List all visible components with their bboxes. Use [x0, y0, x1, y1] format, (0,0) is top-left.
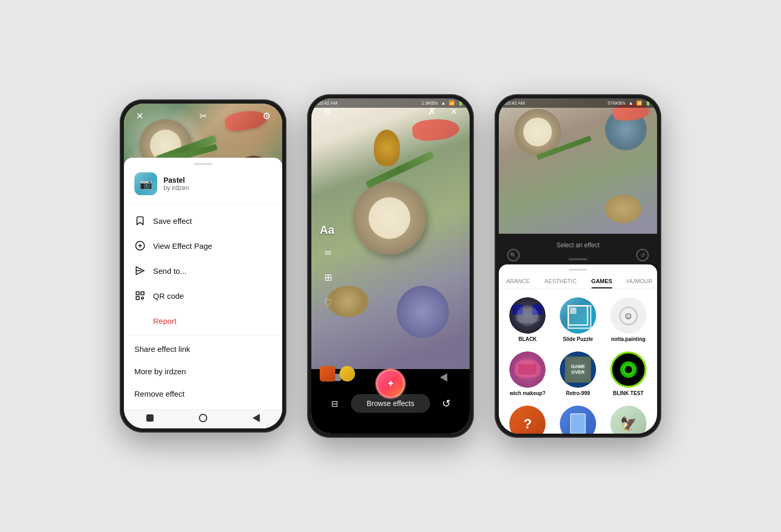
p2-salmon: [411, 117, 460, 142]
tab-games[interactable]: GAMES: [584, 274, 620, 288]
report-item[interactable]: Report: [124, 308, 282, 333]
phones-container: ✕ ✂ ⚙ Pastel by irdzen: [99, 73, 682, 459]
effect-details: Pastel by irdzen: [163, 176, 189, 192]
color-dot-orange[interactable]: [320, 366, 335, 382]
effect-name-notta: notta.painting: [611, 336, 646, 342]
effect-cell-notta[interactable]: ☺ notta.painting: [603, 293, 653, 346]
phone-2: 10:42 AM 1.9KB/s ▲ 📶 🔋: [307, 94, 474, 438]
settings-icon[interactable]: ⚙: [259, 109, 274, 123]
effect-name-blink: BLINK TEST: [613, 390, 644, 396]
send-icon: [134, 265, 146, 276]
status-speed-3: 576KB/s: [608, 100, 625, 106]
status-battery-3: 🔋: [645, 100, 651, 106]
p2-yellow-bottle: [374, 130, 400, 166]
phone-3: 10:42 AM 576KB/s ▲ 📶 🔋: [495, 94, 661, 438]
remove-effect-item[interactable]: Remove effect: [124, 383, 282, 405]
phone-3-select: Select an effect 🔍 ↺: [499, 234, 657, 264]
effect-by: by irdzen: [163, 184, 189, 192]
qr-code-label: QR code: [153, 292, 184, 300]
phone-1-inner: ✕ ✂ ⚙ Pastel by irdzen: [124, 104, 282, 428]
effect-cell-retro[interactable]: GAMEOVER Retro-999: [553, 347, 603, 400]
effect-name: Pastel: [163, 176, 189, 184]
phone-2-food: ⚙ ✗ ✕ Aa ∞ ⊞ ♡: [311, 98, 470, 369]
p2-flip-icon[interactable]: ↺: [437, 394, 456, 413]
status-bar-2: 10:42 AM 1.9KB/s ▲ 📶 🔋: [311, 98, 470, 108]
qr-code-item[interactable]: QR code: [124, 283, 282, 308]
effect-thumb-tablet: [560, 406, 596, 434]
menu-list: Save effect View Effect Page: [124, 204, 282, 409]
effect-cell-black[interactable]: BLACK: [503, 293, 552, 346]
plus-circle-icon: [134, 240, 146, 251]
tab-aesthetic[interactable]: AESTHETIC: [537, 274, 584, 288]
share-effect-link-item[interactable]: Share effect link: [124, 338, 282, 360]
p2-text-aa[interactable]: Aa: [320, 223, 334, 237]
browse-effects-label: Browse effects: [367, 399, 414, 408]
effect-name-wich: wich makeup?: [510, 390, 546, 396]
effect-avatar: [134, 172, 157, 195]
effect-cell-tablet[interactable]: [553, 401, 603, 434]
close-icon[interactable]: ✕: [132, 109, 147, 123]
effects-tabs: ARANCE AESTHETIC GAMES HUMOUR SPECIAL E: [499, 271, 657, 289]
effect-cell-slide[interactable]: Slide Puzzle: [553, 293, 603, 346]
sheet-handle: [194, 163, 212, 165]
p2-side-icons: ∞ ⊞ ♡: [320, 244, 336, 311]
svg-rect-6: [141, 292, 144, 295]
bottom-sheet: Pastel by irdzen Save effect: [124, 158, 282, 428]
send-to-item[interactable]: Send to...: [124, 258, 282, 283]
tab-arance[interactable]: ARANCE: [499, 274, 537, 288]
effect-cell-bird[interactable]: 🦅: [603, 401, 653, 434]
report-label: Report: [153, 316, 177, 325]
p2-infinity-icon[interactable]: ∞: [320, 244, 336, 261]
status-icons-3: 576KB/s ▲ 📶 🔋: [608, 100, 651, 106]
p3-refresh-icon[interactable]: ↺: [636, 249, 649, 261]
p2-grid-icon[interactable]: ⊞: [320, 269, 336, 286]
effect-cell-q[interactable]: ?: [503, 401, 552, 434]
phone-1: ✕ ✂ ⚙ Pastel by irdzen: [120, 99, 286, 433]
effect-cell-blink[interactable]: BLINK TEST: [603, 347, 653, 400]
nav-bar-1: [124, 409, 282, 428]
effect-name-retro: Retro-999: [566, 390, 590, 396]
phone-3-inner: 10:42 AM 576KB/s ▲ 📶 🔋: [499, 98, 657, 434]
p3-search-icon[interactable]: 🔍: [507, 249, 520, 261]
phone-2-screen: 10:42 AM 1.9KB/s ▲ 📶 🔋: [311, 98, 470, 434]
effect-thumb-bird: 🦅: [610, 406, 647, 434]
color-dot-yellow[interactable]: [339, 366, 355, 382]
svg-point-8: [142, 297, 144, 299]
status-icons-2: 1.9KB/s ▲ 📶 🔋: [422, 100, 463, 106]
tab-humour[interactable]: HUMOUR: [620, 274, 657, 288]
status-signal-2: ▲: [441, 100, 446, 106]
send-to-label: Send to...: [153, 267, 186, 275]
status-signal-3: ▲: [628, 100, 633, 106]
p2-gallery-icon[interactable]: ⊟: [325, 394, 344, 413]
svg-rect-7: [136, 297, 140, 300]
status-wifi-2: 📶: [449, 100, 455, 106]
phone-3-food: [499, 98, 657, 234]
report-icon: [134, 315, 146, 326]
status-time-2: 10:42 AM: [318, 100, 337, 106]
save-effect-label: Save effect: [153, 217, 192, 225]
capture-btn-area: [376, 369, 405, 398]
capture-button[interactable]: [376, 369, 405, 398]
phone-2-inner: 10:42 AM 1.9KB/s ▲ 📶 🔋: [311, 98, 470, 434]
nav-back-2: [440, 373, 447, 382]
effect-thumb-blink: [610, 351, 647, 388]
effect-thumb-black: [509, 297, 546, 334]
more-by-item[interactable]: More by irdzen: [124, 360, 282, 383]
menu-divider-1: [124, 335, 282, 336]
p2-color-icons: [320, 366, 355, 382]
effect-thumb-q: ?: [509, 406, 546, 434]
scissors-icon[interactable]: ✂: [196, 109, 210, 123]
phone-3-screen: 10:42 AM 576KB/s ▲ 📶 🔋: [499, 98, 657, 434]
select-effect-label: Select an effect: [557, 242, 600, 249]
effect-cell-wich[interactable]: wich makeup?: [503, 347, 552, 400]
p2-heart-icon[interactable]: ♡: [320, 294, 336, 311]
svg-rect-5: [136, 292, 140, 295]
view-effect-item[interactable]: View Effect Page: [124, 233, 282, 258]
nav-back: [253, 414, 260, 422]
effects-panel: ARANCE AESTHETIC GAMES HUMOUR SPECIAL E: [499, 264, 657, 434]
status-speed-2: 1.9KB/s: [422, 100, 438, 106]
p3-nuts: [605, 195, 641, 223]
effect-thumb-slide: [560, 297, 596, 334]
effects-grid: BLACK Slide Puzzle: [499, 289, 657, 434]
save-effect-item[interactable]: Save effect: [124, 208, 282, 233]
